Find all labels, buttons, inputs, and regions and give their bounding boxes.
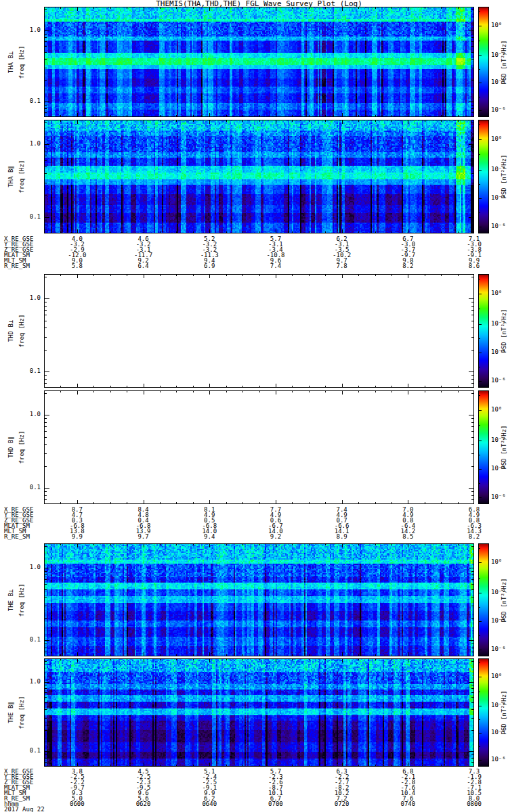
tha-r-re-sm-value: 6.9 bbox=[204, 263, 215, 269]
thd-r-re-sm-value: 8.2 bbox=[469, 534, 480, 539]
tha-b-colorbar-tick-label: 10⁰ bbox=[491, 136, 502, 142]
tha-r-re-sm-value: 5.8 bbox=[72, 263, 83, 269]
thd-r-re-sm-value: 9.9 bbox=[72, 534, 83, 539]
tha-r-re-sm-value: 7.4 bbox=[270, 263, 281, 269]
thd-b-panel-label: THD B∥ bbox=[8, 436, 14, 458]
thd-b-freq-tick-label: 0.1 bbox=[24, 368, 41, 374]
the-b-freq-tick-label: 0.1 bbox=[24, 637, 41, 643]
time-tick-label: 0620 bbox=[136, 801, 151, 807]
tha-varlabel-r-re-sm: R_RE_SM bbox=[4, 263, 30, 269]
the-b-spectrogram bbox=[44, 658, 474, 767]
thd-b-panel-label: THD B⊥ bbox=[8, 320, 14, 342]
the-b-spectrogram bbox=[44, 543, 474, 656]
time-tick-label: 0740 bbox=[400, 801, 415, 807]
thd-b-colorbar-axis-label: PSD [nT²/Hz] bbox=[501, 309, 507, 353]
tha-b-colorbar-axis-label: PSD [nT²/Hz] bbox=[501, 154, 507, 198]
the-b-freq-axis-label: freq [Hz] bbox=[19, 583, 25, 616]
tha-b-colorbar bbox=[478, 7, 489, 117]
the-b-colorbar-tick-label: 10⁻⁶ bbox=[491, 646, 506, 652]
the-b-freq-axis-label: freq [Hz] bbox=[19, 696, 25, 729]
tha-r-re-sm-value: 7.8 bbox=[336, 263, 347, 269]
the-b-colorbar-axis-label: PSD [nT²/Hz] bbox=[501, 690, 507, 734]
tha-b-freq-tick-label: 0.1 bbox=[24, 214, 41, 220]
tha-r-re-sm-value: 6.4 bbox=[137, 263, 148, 269]
tha-b-colorbar-tick-label: 10⁻⁶ bbox=[491, 107, 506, 113]
thd-r-re-sm-value: 9.4 bbox=[204, 534, 215, 539]
the-b-colorbar-tick-label: 10⁻⁶ bbox=[491, 757, 506, 763]
tha-r-re-sm-value: 8.6 bbox=[469, 263, 480, 269]
thd-b-spectrogram bbox=[44, 274, 474, 388]
date-label: 2017 Aug 22 bbox=[4, 807, 45, 812]
tha-r-re-sm-value: 8.2 bbox=[402, 263, 413, 269]
tha-b-panel-label: THA B∥ bbox=[8, 166, 14, 187]
the-b-colorbar-axis-label: PSD [nT²/Hz] bbox=[501, 578, 507, 622]
time-tick-label: 0640 bbox=[202, 801, 217, 807]
tha-b-freq-axis-label: freq [Hz] bbox=[19, 45, 25, 78]
thd-b-colorbar-tick-label: 10⁰ bbox=[491, 290, 502, 296]
thd-b-colorbar-tick-label: 10⁰ bbox=[491, 407, 502, 413]
tha-b-freq-axis-label: freq [Hz] bbox=[19, 160, 25, 194]
tha-b-freq-tick-label: 1.0 bbox=[24, 27, 41, 33]
thd-b-colorbar bbox=[478, 390, 489, 504]
the-b-colorbar bbox=[478, 658, 489, 767]
thd-b-freq-axis-label: freq [Hz] bbox=[19, 315, 25, 348]
tha-b-colorbar-axis-label: PSD [nT²/Hz] bbox=[501, 40, 507, 84]
thd-b-colorbar-axis-label: PSD [nT²/Hz] bbox=[501, 425, 507, 469]
the-b-panel-label: THE B∥ bbox=[8, 702, 14, 723]
thd-b-spectrogram bbox=[44, 390, 474, 504]
thd-b-colorbar bbox=[478, 274, 489, 388]
the-b-freq-tick-label: 1.0 bbox=[24, 564, 41, 570]
tha-b-freq-tick-label: 1.0 bbox=[24, 141, 41, 147]
wave-survey-figure: THEMIS(THA,THD,THE) FGL Wave Survey Plot… bbox=[0, 0, 508, 812]
time-tick-label: 0700 bbox=[268, 801, 283, 807]
the-b-colorbar-tick-label: 10⁰ bbox=[491, 559, 502, 565]
tha-b-spectrogram bbox=[44, 7, 474, 117]
tha-b-colorbar-tick-label: 10⁻⁶ bbox=[491, 223, 506, 229]
tha-b-panel-label: THA B⊥ bbox=[8, 51, 14, 73]
the-b-panel-label: THE B⊥ bbox=[8, 589, 14, 611]
thd-b-colorbar-tick-label: 10⁻⁶ bbox=[491, 494, 506, 500]
tha-b-freq-tick-label: 0.1 bbox=[24, 98, 41, 104]
thd-varlabel-r-re-sm: R_RE_SM bbox=[4, 534, 30, 539]
thd-b-colorbar-tick-label: 10⁻⁶ bbox=[491, 378, 506, 384]
time-tick-label: 0720 bbox=[335, 801, 350, 807]
tha-b-colorbar bbox=[478, 120, 489, 233]
the-b-colorbar-tick-label: 10⁰ bbox=[491, 673, 502, 679]
thd-r-re-sm-value: 9.7 bbox=[137, 534, 148, 539]
thd-b-freq-tick-label: 0.1 bbox=[24, 484, 41, 491]
tha-b-colorbar-tick-label: 10⁰ bbox=[491, 22, 502, 28]
thd-b-freq-axis-label: freq [Hz] bbox=[19, 431, 25, 464]
tha-b-spectrogram bbox=[44, 120, 474, 233]
thd-r-re-sm-value: 9.2 bbox=[270, 534, 281, 539]
thd-r-re-sm-value: 8.9 bbox=[336, 534, 347, 539]
time-tick-label: 0600 bbox=[70, 801, 85, 807]
thd-b-freq-tick-label: 1.0 bbox=[24, 411, 41, 418]
thd-r-re-sm-value: 8.5 bbox=[402, 534, 413, 539]
time-tick-label: 0800 bbox=[467, 801, 482, 807]
thd-b-freq-tick-label: 1.0 bbox=[24, 295, 41, 301]
the-b-freq-tick-label: 0.1 bbox=[24, 748, 41, 754]
the-b-freq-tick-label: 1.0 bbox=[24, 679, 41, 685]
the-b-colorbar bbox=[478, 543, 489, 656]
